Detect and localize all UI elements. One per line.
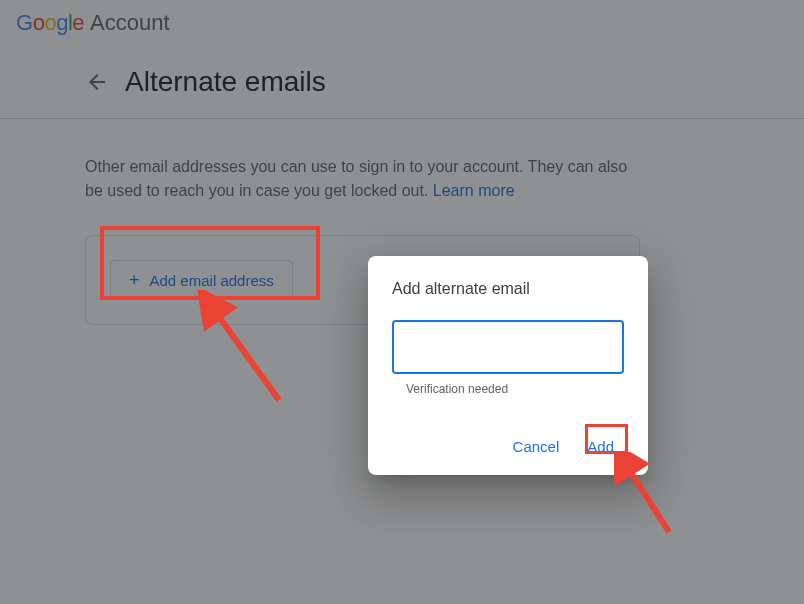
- add-email-address-button[interactable]: + Add email address: [110, 260, 293, 300]
- dialog-actions: Cancel Add: [392, 430, 624, 463]
- learn-more-link[interactable]: Learn more: [433, 182, 515, 199]
- description-text: Other email addresses you can use to sig…: [85, 158, 627, 199]
- add-alternate-email-dialog: Add alternate email Verification needed …: [368, 256, 648, 475]
- google-logo: Google: [16, 10, 84, 36]
- title-row: Alternate emails: [0, 44, 804, 118]
- svg-line-3: [626, 465, 669, 532]
- dialog-title: Add alternate email: [392, 280, 624, 298]
- alternate-email-input[interactable]: [392, 320, 624, 374]
- back-arrow-icon[interactable]: [85, 70, 109, 94]
- add-email-button-label: Add email address: [150, 272, 274, 289]
- add-button[interactable]: Add: [577, 430, 624, 463]
- page-description: Other email addresses you can use to sig…: [85, 155, 635, 203]
- input-helper-text: Verification needed: [392, 374, 624, 396]
- page-title: Alternate emails: [125, 66, 326, 98]
- account-label: Account: [90, 10, 170, 36]
- cancel-button[interactable]: Cancel: [503, 430, 570, 463]
- app-header: Google Account: [0, 0, 804, 44]
- plus-icon: +: [129, 271, 140, 289]
